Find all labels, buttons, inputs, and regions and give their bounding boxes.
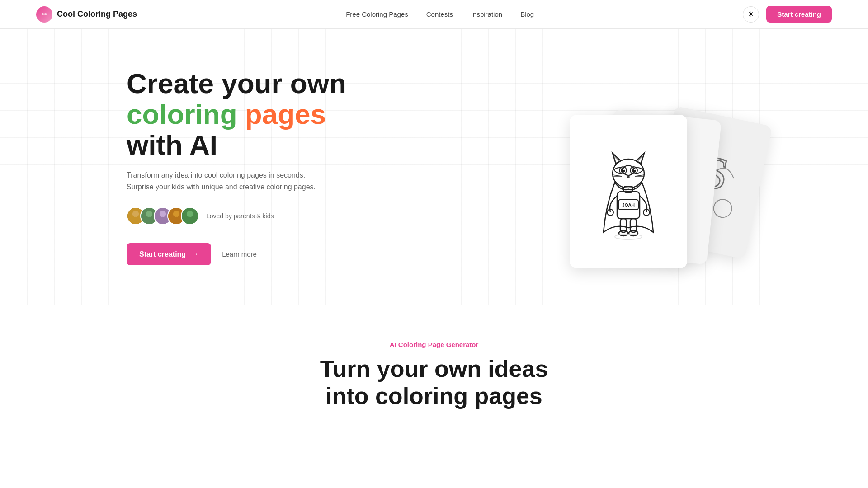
hero-word-pages: pages bbox=[245, 99, 326, 130]
hero-cards-container: S bbox=[552, 65, 778, 268]
svg-line-42 bbox=[635, 175, 644, 176]
nav-right: ☀ Start creating bbox=[743, 6, 832, 23]
avatar-label: Loved by parents & kids bbox=[206, 212, 274, 220]
hero-actions: Start creating → Learn more bbox=[127, 243, 389, 265]
svg-point-28 bbox=[613, 159, 644, 188]
coloring-card-front: JOAH bbox=[570, 115, 687, 268]
logo-text: Cool Coloring Pages bbox=[57, 9, 137, 19]
logo-icon: ✏ bbox=[36, 6, 52, 23]
learn-more-link[interactable]: Learn more bbox=[222, 250, 257, 258]
hero-start-creating-button[interactable]: Start creating → bbox=[127, 243, 211, 265]
svg-point-5 bbox=[144, 217, 154, 225]
nav-link-contests[interactable]: Contests bbox=[426, 10, 453, 18]
svg-point-11 bbox=[171, 217, 181, 225]
svg-point-37 bbox=[623, 169, 625, 170]
svg-point-36 bbox=[632, 168, 636, 173]
arrow-icon: → bbox=[190, 249, 198, 259]
svg-point-13 bbox=[187, 211, 193, 217]
svg-point-1 bbox=[132, 211, 139, 217]
theme-toggle-button[interactable]: ☀ bbox=[743, 6, 759, 23]
hero-word-coloring: coloring bbox=[127, 99, 237, 130]
svg-point-39 bbox=[627, 175, 630, 177]
hero-title-line1: Create your own bbox=[127, 68, 389, 99]
hero-description: Transform any idea into cool coloring pa… bbox=[127, 169, 389, 192]
svg-point-38 bbox=[634, 169, 636, 170]
hero-avatars-group: Loved by parents & kids bbox=[127, 207, 389, 225]
hero-left: Create your own coloring pages with AI T… bbox=[127, 68, 389, 266]
nav-links: Free Coloring Pages Contests Inspiration… bbox=[346, 10, 534, 18]
hero-section: Create your own coloring pages with AI T… bbox=[0, 29, 868, 305]
avatar-5 bbox=[181, 207, 199, 225]
hero-word-with-ai: with AI bbox=[127, 129, 217, 160]
svg-point-8 bbox=[157, 217, 168, 225]
svg-text:JOAH: JOAH bbox=[622, 203, 635, 208]
svg-point-35 bbox=[621, 168, 625, 173]
section2: AI Coloring Page Generator Turn your own… bbox=[0, 305, 868, 437]
hero-title: Create your own coloring pages with AI bbox=[127, 68, 389, 161]
nav-link-free-coloring[interactable]: Free Coloring Pages bbox=[346, 10, 408, 18]
section2-tag: AI Coloring Page Generator bbox=[90, 341, 778, 348]
svg-point-2 bbox=[130, 217, 141, 225]
svg-line-40 bbox=[613, 175, 622, 176]
avatar-group bbox=[127, 207, 199, 225]
nav-cta-button[interactable]: Start creating bbox=[766, 6, 832, 23]
hero-title-line2: coloring pages with AI bbox=[127, 99, 389, 160]
sun-icon: ☀ bbox=[748, 10, 754, 19]
nav-link-blog[interactable]: Blog bbox=[520, 10, 534, 18]
svg-point-4 bbox=[146, 211, 152, 217]
nav-link-inspiration[interactable]: Inspiration bbox=[471, 10, 502, 18]
start-btn-label: Start creating bbox=[139, 250, 186, 258]
svg-point-14 bbox=[184, 217, 195, 225]
svg-point-10 bbox=[173, 211, 179, 217]
logo[interactable]: ✏ Cool Coloring Pages bbox=[36, 6, 137, 23]
section2-title: Turn your own ideas into coloring pages bbox=[90, 356, 778, 410]
navbar: ✏ Cool Coloring Pages Free Coloring Page… bbox=[0, 0, 868, 29]
svg-point-7 bbox=[160, 211, 166, 217]
svg-point-44 bbox=[615, 234, 642, 239]
svg-point-16 bbox=[712, 198, 733, 219]
